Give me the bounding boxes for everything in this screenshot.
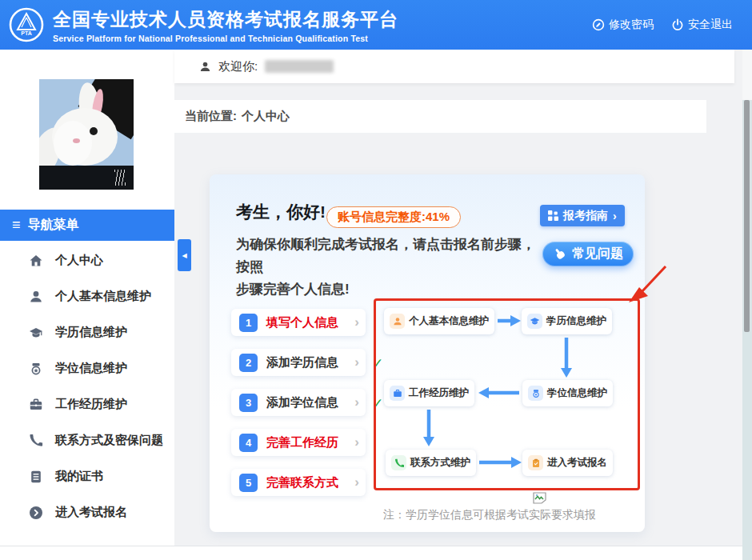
exam-guide-label: 报考指南 bbox=[563, 209, 608, 223]
graduation-cap-icon bbox=[530, 316, 540, 326]
flow-node-label: 工作经历维护 bbox=[409, 386, 469, 400]
sidebar-item-label: 个人基本信息维护 bbox=[55, 289, 151, 304]
step-2-add-education-info[interactable]: 2 添加学历信息 › bbox=[231, 349, 366, 376]
flow-node-label: 进入考试报名 bbox=[547, 456, 607, 470]
flow-node-work-history[interactable]: 工作经历维护 bbox=[384, 380, 474, 406]
collapse-arrow-icon: ◀ bbox=[182, 252, 186, 259]
medal-icon bbox=[531, 389, 541, 398]
nav-menu-title: 导航菜单 bbox=[28, 217, 79, 234]
scrollbar-thumb[interactable] bbox=[744, 100, 750, 332]
person-icon bbox=[199, 61, 211, 73]
page: PTA 全国专业技术人员资格考试报名服务平台 Service Platform … bbox=[0, 0, 752, 560]
sidebar-item-label: 学历信息维护 bbox=[55, 325, 127, 340]
edit-circle-icon bbox=[592, 18, 605, 31]
app-header: PTA 全国专业技术人员资格考试报名服务平台 Service Platform … bbox=[0, 0, 752, 50]
step-number: 2 bbox=[239, 354, 258, 372]
chevron-right-icon: › bbox=[354, 354, 359, 370]
sidebar-item-label: 工作经历维护 bbox=[55, 397, 127, 412]
step-label: 完善工作经历 bbox=[266, 435, 354, 450]
nav-menu-header: ≡ 导航菜单 bbox=[0, 210, 174, 241]
user-icon bbox=[29, 290, 43, 304]
sidebar-item-work-history[interactable]: 工作经历维护 bbox=[0, 386, 174, 422]
home-icon bbox=[29, 254, 43, 268]
step-3-add-degree-info[interactable]: 3 添加学位信息 › bbox=[231, 389, 366, 416]
intro-text: 为确保你顺利完成考试报名，请点击报名前步骤，按照 步骤完善个人信息! bbox=[236, 234, 544, 301]
sidebar-item-basic-info[interactable]: 个人基本信息维护 bbox=[0, 278, 174, 314]
broken-image-icon bbox=[533, 492, 546, 504]
personal-center-card: 考生，你好! 账号信息完整度:41% 报考指南 › 为确保你顺利完成考试报名，请… bbox=[210, 174, 645, 532]
graduation-cap-icon bbox=[29, 326, 43, 340]
change-password-label: 修改密码 bbox=[609, 18, 654, 32]
power-icon bbox=[671, 18, 684, 31]
pointing-hand-icon bbox=[553, 247, 566, 261]
flow-node-contact-info[interactable]: 联系方式维护 bbox=[386, 450, 476, 476]
faq-button[interactable]: 常见问题 bbox=[542, 242, 634, 266]
sidebar-item-label: 联系方式及密保问题 bbox=[55, 433, 163, 448]
certificate-icon bbox=[29, 470, 43, 484]
platform-subtitle: Service Platform for National Profession… bbox=[53, 34, 398, 43]
svg-text:PTA: PTA bbox=[21, 30, 31, 36]
welcome-label: 欢迎你: bbox=[218, 59, 258, 74]
exam-guide-button[interactable]: 报考指南 › bbox=[540, 205, 625, 226]
flow-node-label: 学历信息维护 bbox=[546, 314, 606, 328]
clipboard-icon bbox=[531, 458, 541, 468]
flow-node-basic-info[interactable]: 个人基本信息维护 bbox=[384, 308, 494, 334]
hamburger-icon: ≡ bbox=[12, 217, 21, 234]
flow-node-label: 联系方式维护 bbox=[410, 456, 470, 470]
flow-node-degree-info[interactable]: 学位信息维护 bbox=[522, 380, 613, 406]
phone-icon bbox=[29, 434, 43, 448]
step-number: 3 bbox=[239, 394, 258, 412]
step-label: 填写个人信息 bbox=[266, 315, 354, 330]
step-5-complete-contact-info[interactable]: 5 完善联系方式 › bbox=[231, 469, 366, 496]
sidebar-item-contact-security[interactable]: 联系方式及密保问题 bbox=[0, 422, 174, 458]
flow-node-enter-registration[interactable]: 进入考试报名 bbox=[522, 450, 613, 476]
avatar-clothing bbox=[39, 166, 134, 190]
avatar-watermark bbox=[114, 170, 126, 186]
step-4-complete-work-history[interactable]: 4 完善工作经历 › bbox=[231, 429, 366, 456]
sidebar-item-personal-center[interactable]: 个人中心 bbox=[0, 242, 174, 278]
breadcrumb-label: 当前位置: bbox=[185, 109, 237, 124]
step-1-fill-personal-info[interactable]: 1 填写个人信息 › bbox=[231, 309, 366, 336]
sidebar-collapse-tab[interactable]: ◀ bbox=[178, 239, 191, 271]
user-icon bbox=[393, 317, 402, 326]
chevron-right-icon: › bbox=[354, 314, 359, 330]
step-number: 5 bbox=[239, 474, 258, 492]
chevron-right-icon: › bbox=[354, 474, 359, 490]
platform-logo-icon: PTA bbox=[8, 6, 45, 43]
scrollbar-track-top bbox=[742, 50, 752, 100]
faq-label: 常见问题 bbox=[572, 246, 623, 262]
briefcase-icon bbox=[393, 389, 402, 398]
briefcase-icon bbox=[29, 398, 43, 412]
sidebar-item-label: 学位信息维护 bbox=[55, 361, 127, 376]
step-label: 添加学位信息 bbox=[266, 395, 354, 410]
step-label: 完善联系方式 bbox=[266, 475, 354, 490]
sidebar-item-my-certificates[interactable]: 我的证书 bbox=[0, 458, 174, 494]
flow-node-label: 个人基本信息维护 bbox=[409, 314, 489, 328]
breadcrumb-current: 个人中心 bbox=[242, 109, 290, 124]
logout-link[interactable]: 安全退出 bbox=[671, 18, 733, 32]
footer-strip bbox=[0, 546, 742, 560]
flow-note: 注：学历学位信息可根据考试实际要求填报 bbox=[330, 508, 650, 522]
sidebar: ≡ 导航菜单 个人中心 个人基本信息维护 学历信息维护 学位信息维护 bbox=[0, 50, 174, 560]
sidebar-item-label: 个人中心 bbox=[55, 253, 103, 268]
username-blurred bbox=[265, 60, 334, 73]
chevron-right-icon: › bbox=[613, 210, 617, 222]
change-password-link[interactable]: 修改密码 bbox=[592, 18, 654, 32]
flow-node-education-info[interactable]: 学历信息维护 bbox=[522, 308, 612, 334]
chevron-right-icon: › bbox=[354, 434, 359, 450]
flow-node-label: 学位信息维护 bbox=[547, 386, 607, 400]
welcome-bar: 欢迎你: bbox=[174, 50, 734, 83]
breadcrumb: 当前位置: 个人中心 bbox=[174, 100, 706, 133]
step-number: 4 bbox=[239, 434, 258, 452]
greeting-title: 考生，你好! bbox=[236, 201, 326, 223]
avatar bbox=[39, 79, 134, 166]
sidebar-item-label: 我的证书 bbox=[55, 469, 103, 484]
sidebar-item-degree-info[interactable]: 学位信息维护 bbox=[0, 350, 174, 386]
sidebar-menu: 个人中心 个人基本信息维护 学历信息维护 学位信息维护 工作经历维护 联系方式及… bbox=[0, 242, 174, 530]
medal-icon bbox=[29, 362, 43, 376]
platform-title: 全国专业技术人员资格考试报名服务平台 bbox=[53, 7, 398, 32]
sidebar-item-education-info[interactable]: 学历信息维护 bbox=[0, 314, 174, 350]
chevron-right-icon: › bbox=[354, 394, 359, 410]
step-label: 添加学历信息 bbox=[266, 355, 354, 370]
sidebar-item-enter-registration[interactable]: 进入考试报名 bbox=[0, 494, 174, 530]
